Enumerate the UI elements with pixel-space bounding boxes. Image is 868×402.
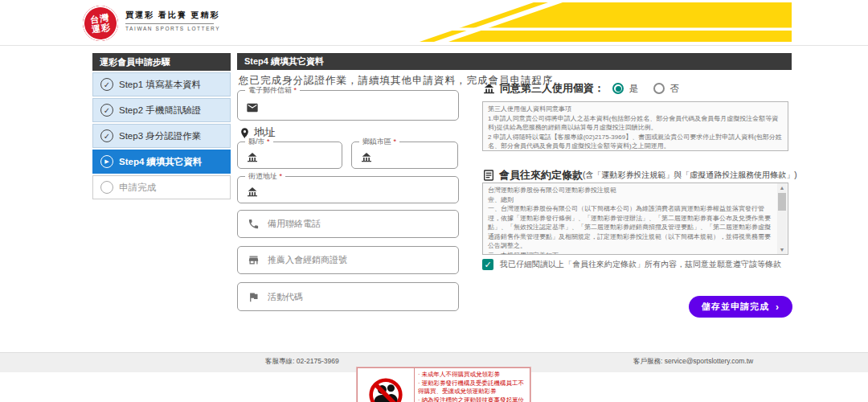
footer-service-email[interactable]: 客戶服務: service@sportslottery.com.tw [633, 357, 753, 367]
step-label: Step2 手機簡訊驗證 [119, 105, 201, 117]
sidebar-item-step3[interactable]: ✓ Step3 身分認證作業 [92, 124, 231, 148]
phone-icon [248, 218, 260, 230]
chevron-right-icon: › [776, 302, 780, 313]
check-circle-icon: ✓ [100, 104, 113, 117]
email-field[interactable]: 電子郵件信箱 * [237, 90, 459, 121]
district-field-label: 鄉鎮市區 * [359, 137, 399, 147]
warning-line: 未成年人不得購買或兌領彩券 [418, 371, 526, 379]
scrollbar-thumb[interactable] [778, 193, 786, 211]
email-icon [246, 101, 259, 114]
third-party-consent-textarea[interactable]: 第三人使用個人資料同意事項 1.申請人同意貴公司得將申請人之基本資料(包括部分姓… [482, 101, 788, 151]
backup-phone-field[interactable]: 備用聯絡電話 [237, 210, 459, 238]
application-steps-sidebar: 運彩會員申請步驟 ✓ Step1 填寫基本資料 ✓ Step2 手機簡訊驗證 ✓… [92, 53, 231, 199]
required-asterisk: * [267, 137, 270, 146]
building-icon [246, 186, 259, 199]
warning-line: 運動彩券發行機構及受委託機構員工不得購買、受讓或兌領運動彩券 [418, 379, 526, 396]
referral-dealer-field[interactable]: 推薦入會經銷商證號 [237, 246, 459, 274]
backup-phone-placeholder: 備用聯絡電話 [268, 218, 321, 230]
radio-yes-label: 是 [629, 83, 639, 95]
checked-checkbox-icon[interactable]: ✓ [482, 259, 493, 270]
content-step-header: Step4 續填其它資料 [237, 53, 792, 70]
top-header: 台灣 運彩 買運彩 看比賽 更精彩 TAIWAN SPORTS LOTTERY [0, 0, 868, 46]
warning-text-block: 未成年人不得購買或兌領彩券 運動彩券發行機構及受委託機構員工不得購買、受讓或兌領… [415, 367, 530, 402]
logo-text-2: 運彩 [91, 22, 111, 34]
street-address-field[interactable]: 街道地址 * [237, 176, 459, 203]
building-icon [246, 151, 259, 164]
email-field-label: 電子郵件信箱 * [245, 85, 300, 96]
street-field-label: 街道地址 * [245, 171, 285, 182]
required-asterisk: * [394, 137, 397, 146]
member-terms-header: 會員往來約定條款 (含「運動彩券投注規範」與「虛擬通路投注服務使用條款」) [482, 168, 797, 183]
required-asterisk: * [294, 86, 297, 94]
third-party-consent-row: 同意第三人使用個資： 是 否 [482, 81, 694, 96]
step-label: 申請完成 [119, 182, 156, 194]
taiwan-lottery-logo[interactable]: 台灣 運彩 [80, 3, 121, 43]
radio-selected-icon [612, 83, 624, 94]
warning-line: 納為投注標的之運動競技賽事發起單位人員 [418, 396, 526, 402]
brand-subtitle: TAIWAN SPORTS LOTTERY [125, 26, 220, 31]
legal-warning-box: 未成年人不得購買或兌領彩券 運動彩券發行機構及受委託機構員工不得購買、受讓或兌領… [356, 367, 531, 402]
district-field[interactable]: 鄉鎮市區 * [351, 142, 458, 169]
document-icon [482, 169, 495, 182]
brand-block: 買運彩 看比賽 更精彩 TAIWAN SPORTS LOTTERY [125, 10, 220, 31]
required-asterisk: * [280, 172, 283, 180]
member-terms-textarea[interactable]: 台灣運動彩券股份有限公司運動彩券投注規範 壹、總則 一、台灣運動彩券股份有限公司… [482, 183, 788, 255]
check-circle-icon: ✓ [100, 129, 113, 142]
building-icon [360, 151, 373, 164]
city-field[interactable]: 縣/市 * [237, 142, 342, 169]
radio-unselected-icon [653, 83, 665, 94]
scroll-down-arrow-icon[interactable]: ▼ [777, 245, 787, 254]
event-code-placeholder: 活動代碼 [268, 291, 303, 303]
submit-button-label: 儲存並申請完成 [702, 301, 769, 313]
step-label: Step4 續填其它資料 [119, 156, 203, 168]
empty-circle-icon: ○ [100, 181, 113, 194]
step-label: Step1 填寫基本資料 [119, 79, 201, 91]
brand-slogan: 買運彩 看比賽 更精彩 [125, 10, 220, 21]
footer-hotline: 客服專線: 02-2175-3969 [265, 357, 339, 367]
save-and-complete-button[interactable]: 儲存並申請完成 › [689, 296, 792, 318]
flag-icon [248, 291, 260, 303]
member-terms-title: 會員往來約定條款 [499, 168, 583, 183]
radio-no-label: 否 [670, 83, 680, 95]
sidebar-title: 運彩會員申請步驟 [92, 53, 231, 71]
consent-radio-no[interactable]: 否 [653, 83, 680, 95]
sidebar-item-step2[interactable]: ✓ Step2 手機簡訊驗證 [92, 98, 231, 122]
sidebar-item-complete[interactable]: ○ 申請完成 [92, 175, 231, 199]
sidebar-item-step4-active[interactable]: ▶ Step4 續填其它資料 [92, 150, 231, 174]
bank-icon [482, 82, 496, 96]
scroll-up-arrow-icon[interactable]: ▲ [777, 183, 787, 192]
member-terms-subtitle: (含「運動彩券投注規範」與「虛擬通路投注服務使用條款」) [583, 170, 797, 181]
agreement-checkbox-row[interactable]: ✓ 我已仔細閱讀以上「會員往來約定條款」所有內容，茲同意並願意遵守該等條款 [482, 259, 781, 270]
check-circle-icon: ✓ [100, 78, 113, 91]
storefront-icon [248, 254, 260, 266]
play-circle-icon: ▶ [100, 155, 113, 168]
brand-divider [125, 23, 214, 24]
sidebar-item-step1[interactable]: ✓ Step1 填寫基本資料 [92, 72, 231, 96]
no-minors-icon [357, 367, 415, 402]
consent-label: 同意第三人使用個資： [500, 81, 604, 96]
step-label: Step3 身分認證作業 [119, 130, 201, 142]
city-field-label: 縣/市 * [245, 137, 273, 147]
agreement-checkbox-label: 我已仔細閱讀以上「會員往來約定條款」所有內容，茲同意並願意遵守該等條款 [500, 259, 781, 270]
referral-dealer-placeholder: 推薦入會經銷商證號 [268, 254, 347, 266]
consent-radio-yes[interactable]: 是 [612, 83, 639, 95]
event-code-field[interactable]: 活動代碼 [237, 282, 459, 311]
terms-scrollbar[interactable]: ▲ ▼ [777, 183, 787, 254]
